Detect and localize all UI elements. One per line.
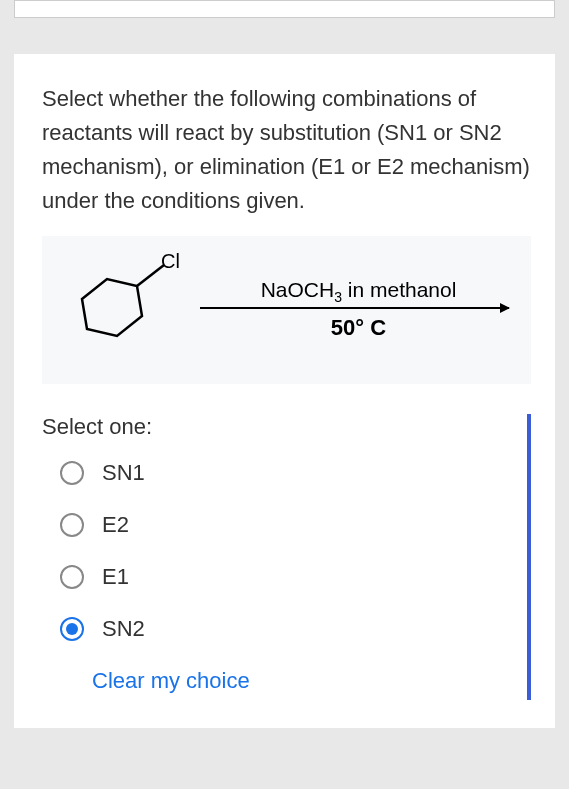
select-one-label: Select one: bbox=[42, 414, 515, 440]
reaction-arrow-icon bbox=[200, 307, 509, 309]
option-label: E2 bbox=[102, 512, 129, 538]
reaction-arrow-block: NaOCH3 in methanol 50° C bbox=[200, 278, 517, 341]
radio-icon[interactable] bbox=[60, 617, 84, 641]
question-card: Select whether the following combination… bbox=[14, 54, 555, 728]
svg-marker-0 bbox=[82, 279, 142, 336]
question-text: Select whether the following combination… bbox=[42, 82, 531, 218]
clear-choice-link[interactable]: Clear my choice bbox=[92, 668, 250, 694]
radio-icon[interactable] bbox=[60, 565, 84, 589]
temperature-text: 50° C bbox=[200, 315, 517, 341]
option-e1[interactable]: E1 bbox=[60, 564, 515, 590]
option-e2[interactable]: E2 bbox=[60, 512, 515, 538]
option-label: SN1 bbox=[102, 460, 145, 486]
option-label: E1 bbox=[102, 564, 129, 590]
leaving-group-label: Cl bbox=[161, 250, 180, 273]
option-label: SN2 bbox=[102, 616, 145, 642]
radio-icon[interactable] bbox=[60, 461, 84, 485]
svg-line-1 bbox=[137, 265, 164, 286]
reagent-post: in methanol bbox=[342, 278, 456, 301]
reagent-text: NaOCH3 in methanol bbox=[200, 278, 517, 305]
top-bar bbox=[14, 0, 555, 18]
radio-icon[interactable] bbox=[60, 513, 84, 537]
substrate-structure: Cl bbox=[52, 254, 182, 364]
reaction-diagram: Cl NaOCH3 in methanol 50° C bbox=[42, 236, 531, 384]
answer-block: Select one: SN1 E2 E1 SN2 Clear my choic… bbox=[42, 414, 531, 700]
reagent-sub: 3 bbox=[334, 289, 342, 305]
option-sn1[interactable]: SN1 bbox=[60, 460, 515, 486]
option-sn2[interactable]: SN2 bbox=[60, 616, 515, 642]
reagent-pre: NaOCH bbox=[261, 278, 335, 301]
